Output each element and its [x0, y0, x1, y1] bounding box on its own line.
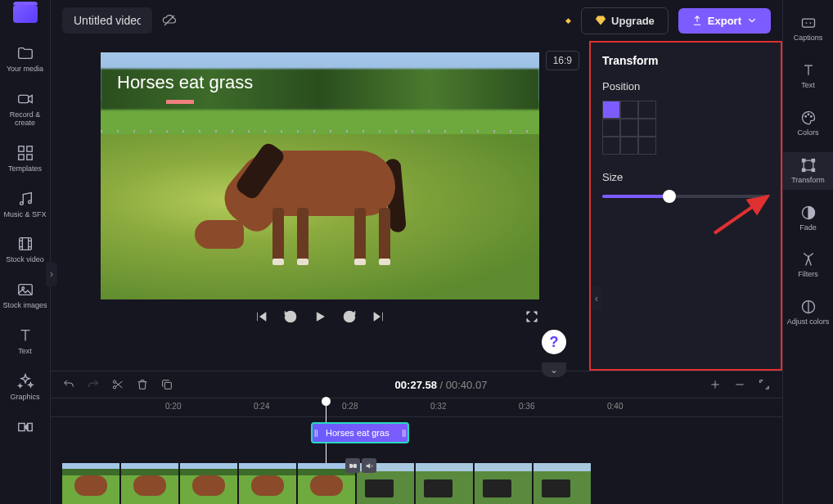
ruler-tick: 0:40	[607, 402, 623, 411]
sidebar-item-record-create[interactable]: Record & create	[0, 87, 50, 131]
collapse-stage-button[interactable]	[542, 362, 566, 377]
skip-forward-button[interactable]	[371, 309, 386, 324]
main-area: ◆ Upgrade Export 16:9	[51, 0, 782, 504]
sidebar-item-your-media[interactable]: Your media	[0, 41, 50, 77]
redo-button[interactable]	[87, 378, 100, 391]
right-tab-text[interactable]: Text	[783, 57, 833, 95]
position-middle-left[interactable]	[602, 119, 620, 137]
position-top-right[interactable]	[638, 101, 656, 119]
split-button[interactable]	[111, 378, 124, 391]
palette-icon	[800, 110, 817, 126]
undo-button[interactable]	[62, 378, 75, 391]
svg-point-23	[810, 115, 812, 117]
right-tab-transform[interactable]: Transform	[783, 152, 833, 190]
svg-rect-28	[812, 169, 814, 171]
position-middle-center[interactable]	[620, 119, 638, 137]
right-tab-adjust-colors[interactable]: Adjust colors	[783, 294, 833, 331]
zoom-in-button[interactable]	[709, 378, 722, 391]
video-track[interactable]	[62, 463, 771, 504]
cloud-sync-off-icon[interactable]	[162, 13, 177, 28]
delete-button[interactable]	[136, 378, 149, 391]
sidebar-item-music-sfx[interactable]: Music & SFX	[0, 187, 50, 223]
position-label: Position	[602, 80, 769, 92]
chevron-down-icon	[746, 15, 758, 26]
sparkles-icon	[16, 372, 34, 390]
export-button[interactable]: Export	[678, 8, 771, 34]
position-bottom-center[interactable]	[620, 137, 638, 155]
sidebar-item-label: Stock images	[2, 302, 47, 310]
fit-timeline-button[interactable]	[758, 378, 771, 391]
clip-thumbnail	[62, 463, 119, 504]
left-sidebar: Your media Record & create Templates Mus…	[0, 0, 51, 504]
clip-thumbnail	[180, 463, 237, 504]
right-sidebar: Captions Text Colors Transform Fade Filt…	[782, 0, 833, 504]
upgrade-button[interactable]: Upgrade	[581, 7, 669, 34]
transitions-icon	[16, 418, 34, 436]
collapse-right-panel-button[interactable]	[591, 286, 602, 311]
current-time: 00:27.58	[395, 379, 437, 391]
clip-thumbnail	[534, 463, 591, 504]
position-top-left[interactable]	[602, 101, 620, 119]
fullscreen-button[interactable]	[525, 309, 539, 324]
clip-transition-icon[interactable]	[345, 458, 360, 473]
clip-thumbnail	[121, 463, 178, 504]
right-tab-captions[interactable]: Captions	[783, 10, 833, 47]
svg-rect-17	[164, 382, 171, 389]
sidebar-item-templates[interactable]: Templates	[0, 141, 50, 177]
sidebar-item-text[interactable]: Text	[0, 323, 50, 359]
right-tab-label: Filters	[798, 271, 818, 279]
zoom-out-button[interactable]	[733, 378, 746, 391]
right-tab-fade[interactable]: Fade	[783, 200, 833, 237]
folder-icon	[16, 44, 34, 62]
music-icon	[16, 190, 34, 208]
size-slider[interactable]	[602, 195, 769, 198]
svg-point-5	[20, 201, 23, 205]
size-slider-thumb[interactable]	[663, 190, 676, 203]
svg-point-6	[28, 200, 31, 203]
help-button[interactable]: ?	[542, 330, 566, 354]
svg-rect-0	[18, 95, 28, 102]
ruler-tick: 0:24	[254, 402, 269, 411]
fade-icon	[800, 205, 817, 221]
right-tab-label: Captions	[794, 34, 823, 43]
transform-panel: Transform Position Size	[589, 41, 782, 371]
forward-5s-button[interactable]: 5	[342, 309, 357, 324]
position-middle-right[interactable]	[638, 119, 656, 137]
aspect-ratio-selector[interactable]: 16:9	[546, 51, 579, 70]
sidebar-item-graphics[interactable]: Graphics	[0, 369, 50, 405]
svg-point-30	[808, 256, 809, 258]
duration-time: 00:40.07	[446, 379, 488, 391]
svg-rect-7	[19, 238, 31, 250]
position-bottom-left[interactable]	[602, 137, 620, 155]
upload-icon	[691, 15, 703, 26]
clip-thumbnail	[416, 463, 473, 504]
sidebar-item-transitions[interactable]	[0, 415, 50, 439]
sidebar-item-stock-images[interactable]: Stock images	[0, 277, 50, 313]
app-logo[interactable]	[13, 5, 38, 23]
transform-icon	[800, 157, 817, 173]
camera-icon	[16, 90, 34, 108]
play-button[interactable]	[313, 309, 327, 324]
video-title-input[interactable]	[62, 7, 152, 34]
text-clip[interactable]: Horses eat gras	[311, 422, 409, 443]
sidebar-item-label: Your media	[7, 65, 43, 74]
upgrade-button-label: Upgrade	[611, 15, 655, 27]
right-tab-colors[interactable]: Colors	[783, 105, 833, 142]
canvas-caption-text[interactable]: Horses eat grass	[117, 72, 253, 93]
skip-back-button[interactable]	[254, 309, 268, 324]
timeline: 00:27.58 / 00:40.07 0:20 0:24 0:28 0:32 …	[51, 371, 782, 504]
clip-mute-icon[interactable]	[362, 458, 376, 473]
stage-area: 16:9 Horses eat grass	[51, 41, 589, 371]
video-canvas[interactable]: Horses eat grass	[101, 52, 539, 299]
timeline-ruler[interactable]: 0:20 0:24 0:28 0:32 0:36 0:40	[51, 398, 782, 417]
duplicate-button[interactable]	[160, 378, 173, 391]
svg-rect-10	[18, 423, 24, 430]
sidebar-item-stock-video[interactable]: Stock video	[0, 232, 50, 268]
right-tab-filters[interactable]: Filters	[783, 246, 833, 284]
position-top-center[interactable]	[620, 101, 638, 119]
svg-rect-20	[802, 19, 814, 27]
rewind-5s-button[interactable]: 5	[283, 309, 298, 324]
text-clip-label: Horses eat gras	[326, 428, 389, 438]
captions-icon	[800, 15, 817, 31]
position-bottom-right[interactable]	[638, 137, 656, 155]
